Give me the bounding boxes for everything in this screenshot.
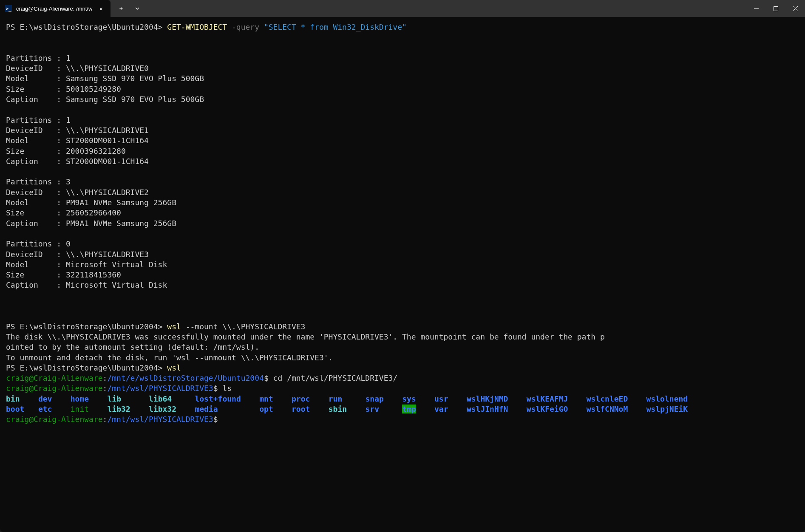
bash-path: /mnt/wsl/PHYSICALDRIVE3 — [107, 384, 213, 393]
ls-entry: opt — [259, 405, 273, 413]
ls-entry: sbin — [329, 405, 347, 413]
ls-entry: wslolnend — [646, 394, 688, 403]
ls-entry: wslJInHfN — [467, 405, 508, 413]
close-button[interactable] — [785, 0, 805, 17]
chevron-down-icon — [135, 6, 140, 11]
ls-entry: sys — [402, 394, 416, 403]
bash-user: craig@Craig-Alienware — [6, 374, 103, 382]
ls-entry: bin — [6, 394, 20, 403]
new-tab-button[interactable]: + — [114, 1, 128, 16]
bash-colon: : — [103, 415, 108, 424]
ls-entry: wslpjNEiK — [646, 405, 688, 413]
tab-title: craig@Craig-Alienware: /mnt/w — [16, 6, 93, 12]
ls-entry: root — [292, 405, 310, 413]
ls-entry: lib64 — [149, 394, 172, 403]
bash-path: /mnt/e/wslDistroStorage/Ubuntu2004 — [107, 374, 264, 382]
cmdlet-name: GET-WMIOBJECT — [167, 23, 227, 31]
ls-entry: lib32 — [107, 405, 130, 413]
bash-path: /mnt/wsl/PHYSICALDRIVE3 — [107, 415, 213, 424]
bash-dollar: $ — [264, 374, 273, 382]
ls-entry: wslKEAFMJ — [527, 394, 568, 403]
drive-size: Size : 500105249280 — [6, 85, 121, 93]
ps-prompt: PS E:\wslDistroStorage\Ubuntu2004> — [6, 23, 167, 31]
drive-caption: Caption : PM9A1 NVMe Samsung 256GB — [6, 219, 176, 228]
drive-model: Model : ST2000DM001-1CH164 — [6, 136, 149, 145]
ls-entry: var — [434, 405, 448, 413]
titlebar: >_ craig@Craig-Alienware: /mnt/w ✕ + — [0, 0, 805, 17]
ls-entry: home — [71, 394, 89, 403]
drive-partitions: Partitions : 0 — [6, 239, 71, 248]
ls-entry: run — [329, 394, 343, 403]
bash-colon: : — [103, 374, 108, 382]
drive-deviceid: DeviceID : \\.\PHYSICALDRIVE1 — [6, 126, 149, 135]
drive-deviceid: DeviceID : \\.\PHYSICALDRIVE0 — [6, 64, 149, 73]
maximize-button[interactable] — [766, 0, 785, 17]
minimize-icon — [754, 6, 759, 11]
drive-size: Size : 322118415360 — [6, 270, 121, 279]
tab-actions: + — [111, 1, 148, 16]
ls-entry: snap — [365, 394, 383, 403]
bash-user: craig@Craig-Alienware — [6, 384, 103, 393]
ls-entry: wslcnleED — [587, 394, 628, 403]
ls-entry: boot — [6, 405, 24, 413]
drive-caption: Caption : Microsoft Virtual Disk — [6, 280, 167, 289]
ls-entry: wslfCNNoM — [587, 405, 628, 413]
drive-model: Model : Microsoft Virtual Disk — [6, 260, 167, 269]
cmd-name: wsl — [167, 363, 181, 372]
cmd-name: wsl — [167, 322, 181, 331]
bash-user: craig@Craig-Alienware — [6, 415, 103, 424]
drive-deviceid: DeviceID : \\.\PHYSICALDRIVE3 — [6, 250, 149, 259]
window-controls — [746, 0, 805, 17]
bash-colon: : — [103, 384, 108, 393]
ls-entry: media — [195, 405, 218, 413]
output-line: ointed to by the automount setting (defa… — [6, 342, 259, 351]
ls-entry: usr — [434, 394, 448, 403]
ls-entry: lib — [107, 394, 121, 403]
cmd-string: "SELECT * from Win32_DiskDrive" — [264, 23, 407, 31]
drive-partitions: Partitions : 3 — [6, 177, 71, 186]
tab-dropdown-button[interactable] — [130, 1, 145, 16]
svg-rect-0 — [774, 6, 778, 11]
ls-entry: libx32 — [149, 405, 176, 413]
output-line: To unmount and detach the disk, run 'wsl… — [6, 353, 333, 362]
ls-entry: srv — [365, 405, 379, 413]
active-tab[interactable]: >_ craig@Craig-Alienware: /mnt/w ✕ — [0, 0, 111, 17]
ls-entry: wslKFeiGO — [527, 405, 568, 413]
powershell-icon: >_ — [5, 5, 12, 12]
bash-dollar: $ — [213, 415, 218, 424]
ls-entry: wslHKjNMD — [467, 394, 508, 403]
ls-entry: proc — [292, 394, 310, 403]
ls-entry: etc — [38, 405, 52, 413]
drive-partitions: Partitions : 1 — [6, 54, 71, 62]
terminal-content[interactable]: PS E:\wslDistroStorage\Ubuntu2004> GET-W… — [0, 17, 805, 532]
cmd-flag: -query — [227, 23, 264, 31]
drive-caption: Caption : Samsung SSD 970 EVO Plus 500GB — [6, 95, 204, 104]
ls-entry: init — [71, 405, 89, 413]
drive-model: Model : PM9A1 NVMe Samsung 256GB — [6, 198, 176, 207]
drive-size: Size : 2000396321280 — [6, 147, 126, 156]
ls-entry: tmp — [402, 405, 416, 413]
ps-prompt: PS E:\wslDistroStorage\Ubuntu2004> — [6, 322, 167, 331]
drive-partitions: Partitions : 1 — [6, 116, 71, 125]
ls-entry: lost+found — [195, 394, 241, 403]
drive-deviceid: DeviceID : \\.\PHYSICALDRIVE2 — [6, 188, 149, 197]
minimize-button[interactable] — [746, 0, 766, 17]
cmd-args: --mount \\.\PHYSICALDRIVE3 — [181, 322, 306, 331]
ps-prompt: PS E:\wslDistroStorage\Ubuntu2004> — [6, 363, 167, 372]
maximize-icon — [774, 6, 778, 11]
drive-caption: Caption : ST2000DM001-1CH164 — [6, 157, 149, 166]
drive-size: Size : 256052966400 — [6, 208, 121, 217]
ls-entry: mnt — [259, 394, 273, 403]
ls-entry: dev — [38, 394, 52, 403]
output-line: The disk \\.\PHYSICALDRIVE3 was successf… — [6, 332, 605, 341]
close-icon — [793, 6, 798, 11]
bash-cmd: ls — [222, 384, 232, 393]
bash-dollar: $ — [213, 384, 223, 393]
drive-model: Model : Samsung SSD 970 EVO Plus 500GB — [6, 74, 204, 83]
bash-cmd: cd /mnt/wsl/PHYSICALDRIVE3/ — [273, 374, 398, 382]
tab-close-button[interactable]: ✕ — [97, 4, 105, 13]
